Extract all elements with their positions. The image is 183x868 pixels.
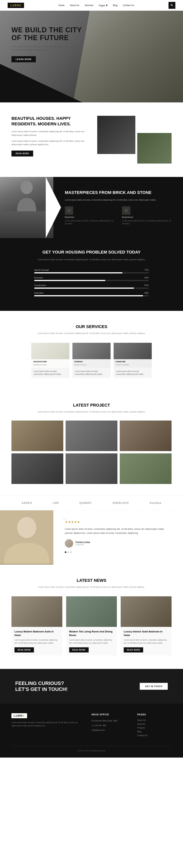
nav-menu: Home About Us Services Pages ▾ Blog Cont… — [58, 3, 134, 7]
progress-bars: Idea & Concept 77% Accuracy 62% Construc… — [34, 269, 149, 296]
feature-expertise: ⬡ Expertise Lorem ipsum dolor sit amet, … — [65, 206, 114, 225]
news-title-2: Modern Tile Living Room And Dining Room — [69, 630, 114, 637]
footer-page-blog[interactable]: Blog — [137, 731, 172, 733]
person-silhouette — [15, 177, 38, 211]
svg-point-0 — [21, 181, 33, 194]
news-btn-3[interactable]: Read More — [124, 647, 143, 652]
progress-item-construction: Construction 87% — [34, 284, 149, 289]
nav-item-blog[interactable]: Blog — [113, 3, 117, 7]
hero-cta-button[interactable]: Learn More — [11, 56, 36, 62]
about-section: BEAUTIFUL HOUSES. HAPPY RESIDENTS. MODER… — [0, 102, 183, 177]
news-card-3: Luxury Interior Suite Bedroom In Hotel L… — [121, 596, 172, 655]
progress-item-accuracy: Accuracy 62% — [34, 276, 149, 281]
service-image-furniture: FURNITURE Custom & Modern — [114, 343, 152, 368]
news-text-1: Lorem ipsum dolor sit amet, consectetur … — [14, 639, 59, 645]
nav-item-pages[interactable]: Pages ▾ — [99, 3, 108, 7]
about-title: BEAUTIFUL HOUSES. HAPPY RESIDENTS. MODER… — [11, 116, 86, 127]
testimonial-person-image — [0, 510, 53, 565]
news-section: LATEST NEWS Lorem ipsum dolor sit amet, … — [0, 565, 183, 669]
author-info: Corina Livina Customer — [75, 541, 90, 546]
about-text: BEAUTIFUL HOUSES. HAPPY RESIDENTS. MODER… — [11, 116, 86, 156]
about-desc-2: Lorem ipsum dolor sit amet, consectetur … — [11, 139, 86, 146]
services-grid: ARCHITECTURE Building & Design Lorem ips… — [11, 343, 172, 378]
experience-desc: Lorem ipsum dolor sit amet, consectetur … — [122, 219, 172, 225]
testimonial-content: " ★★★★★ Lorem ipsum dolor sit amet, cons… — [53, 510, 183, 565]
cta-button[interactable]: Get In Touch — [140, 683, 168, 690]
about-main-image — [97, 116, 135, 154]
brands-section: ARZEO LNN QUEBEC SHERLOCK Kunikaa — [0, 495, 183, 510]
services-section: OUR SERVICES Lorem ipsum dolor sit amet,… — [0, 311, 183, 391]
testimonial-silhouette — [0, 510, 53, 564]
logo-accent: E — [19, 4, 21, 7]
experience-icon: ⬡ — [122, 206, 131, 215]
experience-label: Experience — [122, 216, 172, 218]
news-text-2: Lorem ipsum dolor sit amet, consectetur … — [69, 639, 114, 645]
testimonial-author: Corina Livina Customer — [65, 539, 172, 548]
masterpiece-desc: Lorem ipsum dolor sit amet, consectetur … — [65, 198, 172, 202]
news-card-1: Luxury Modern Bedroom Suite in Hotel Lor… — [11, 596, 62, 655]
hero-title: WE BUILD THE CITY OF THE FUTURE — [11, 26, 84, 42]
service-card-architecture: ARCHITECTURE Building & Design Lorem ips… — [31, 343, 69, 378]
service-body: Lorem ipsum dolor sit amet, consectetur … — [72, 368, 111, 378]
service-label: ARCHITECTURE Building & Design — [31, 359, 69, 368]
news-desc: Lorem ipsum dolor sit amet, consectetur … — [11, 585, 172, 589]
service-card-furniture: FURNITURE Custom & Modern Lorem ipsum do… — [114, 343, 152, 378]
progress-fill — [34, 287, 134, 289]
project-item-3[interactable] — [120, 421, 172, 451]
progress-item-execution: Execution 95% — [34, 292, 149, 296]
footer-email: info@lubr.com — [92, 728, 126, 732]
project-item-4[interactable] — [11, 454, 63, 484]
logo[interactable]: LUBRE — [8, 3, 24, 8]
footer-page-about[interactable]: About Us — [137, 719, 172, 721]
project-item-2[interactable] — [66, 421, 117, 451]
service-card-interior: INTERIOR Design & Decor Lorem ipsum dolo… — [72, 343, 111, 378]
footer-logo: LUBRE — [11, 713, 27, 718]
projects-section: LATEST PROJECT Lorem ipsum dolor sit ame… — [0, 391, 183, 495]
news-grid: Luxury Modern Bedroom Suite in Hotel Lor… — [11, 596, 172, 655]
nav-item-about[interactable]: About Us — [70, 3, 79, 7]
masterpiece-section: MASTERPIECES FROM BRICK AND STONE Lorem … — [0, 177, 183, 238]
progress-track — [34, 295, 149, 296]
footer-bottom: © 2024 Lubr. All Rights Reserved. — [11, 746, 172, 752]
cta-title: FEELING CURIOUS?LET'S GET IN TOUCH! — [15, 680, 68, 692]
footer-copyright: © 2024 Lubr. All Rights Reserved. — [77, 750, 106, 752]
service-label: INTERIOR Design & Decor — [72, 359, 111, 368]
news-body-2: Modern Tile Living Room And Dining Room … — [66, 627, 117, 655]
cta-section: FEELING CURIOUS?LET'S GET IN TOUCH! Get … — [0, 669, 183, 704]
project-item-6[interactable] — [120, 454, 172, 484]
footer-page-contact[interactable]: Contact Us — [137, 734, 172, 737]
service-body: Lorem ipsum dolor sit amet, consectetur … — [114, 368, 152, 378]
search-button[interactable]: 🔍 — [169, 2, 175, 9]
services-title: OUR SERVICES — [11, 324, 172, 329]
masterpiece-person-image — [0, 177, 53, 238]
dot-3[interactable] — [70, 551, 72, 553]
about-images — [97, 116, 172, 163]
footer-address-line: 54 Gardner Blvd Suite, Wall — [92, 719, 126, 722]
project-item-1[interactable] — [11, 421, 63, 451]
news-btn-1[interactable]: Read More — [14, 647, 34, 652]
footer-head-office: HEAD OFFICE 54 Gardner Blvd Suite, Wall … — [92, 713, 126, 738]
feature-experience: ⬡ Experience Lorem ipsum dolor sit amet,… — [122, 206, 172, 225]
news-btn-2[interactable]: Read More — [69, 647, 89, 652]
nav-item-services[interactable]: Services — [85, 3, 94, 7]
news-title-1: Luxury Modern Bedroom Suite in Hotel — [14, 630, 59, 637]
masterpiece-content: MASTERPIECES FROM BRICK AND STONE Lorem … — [53, 180, 183, 235]
progress-label: Execution 95% — [34, 292, 149, 294]
testimonial-section: " ★★★★★ Lorem ipsum dolor sit amet, cons… — [0, 510, 183, 565]
footer-page-services[interactable]: Services — [137, 723, 172, 725]
brand-kunikaa: Kunikaa — [149, 501, 161, 504]
service-image-interior: INTERIOR Design & Decor — [72, 343, 111, 368]
news-body-3: Luxury Interior Suite Bedroom In Hotel L… — [121, 627, 172, 655]
progress-fill — [34, 295, 143, 296]
about-cta-button[interactable]: Read More — [11, 151, 33, 156]
dot-1[interactable] — [65, 551, 66, 553]
news-image-1 — [11, 596, 62, 627]
news-card-2: Modern Tile Living Room And Dining Room … — [66, 596, 117, 655]
footer-page-projects[interactable]: Projects — [137, 726, 172, 729]
project-item-5[interactable] — [66, 454, 117, 484]
nav-item-home[interactable]: Home — [58, 3, 65, 7]
nav-item-contact[interactable]: Contact Us — [123, 3, 134, 7]
brand-arzeo: ARZEO — [22, 501, 32, 504]
dot-2[interactable] — [68, 551, 69, 553]
progress-fill — [34, 280, 105, 281]
